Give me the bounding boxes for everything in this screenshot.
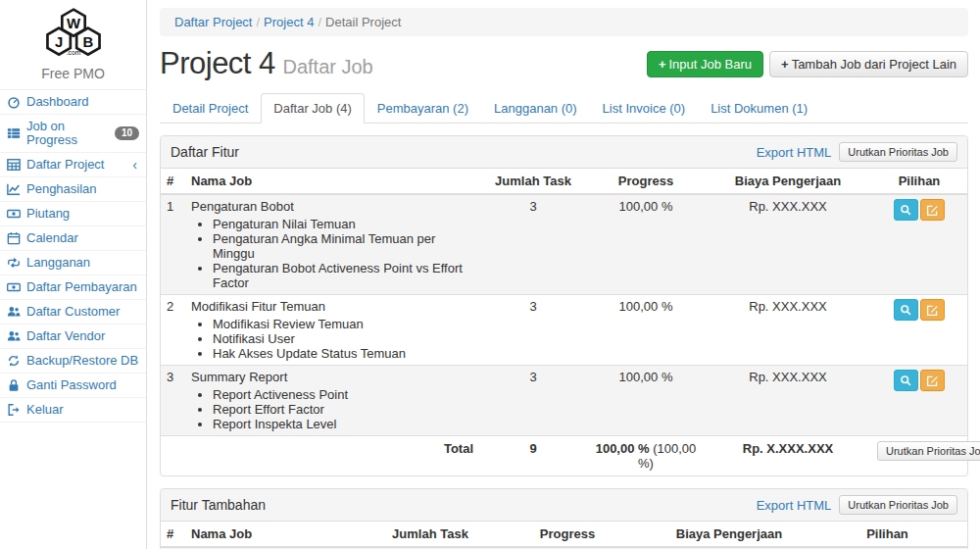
sidebar-nav: Dashboard Job on Progress 10 Daftar Proj… [0, 89, 146, 423]
job-subitems: Report Activeness Point Report Effort Fa… [199, 387, 473, 431]
jumlah-task-value: 3 [479, 194, 587, 295]
brand-name: Free PMO [0, 66, 146, 81]
refresh-icon [7, 354, 21, 368]
sidebar-item-penghasilan[interactable]: Penghasilan [0, 177, 146, 202]
sign-out-icon [7, 403, 21, 417]
urutkan-prioritas-job-button[interactable]: Urutkan Prioritas Job [839, 142, 957, 162]
panel-heading: Daftar Fitur Export HTML Urutkan Priorit… [161, 136, 967, 169]
dashboard-icon [7, 95, 21, 109]
sidebar-item-daftar-vendor[interactable]: Daftar Vendor [0, 324, 146, 349]
page-title-block: Project 4 Daftar Job [160, 46, 373, 81]
edit-job-button[interactable] [920, 199, 945, 221]
breadcrumb-link-project-4[interactable]: Project 4 [264, 15, 314, 29]
job-name: Modifikasi Fitur Temuan [191, 299, 473, 315]
sidebar-item-langganan[interactable]: Langganan [0, 251, 146, 275]
edit-job-button[interactable] [920, 370, 945, 391]
view-job-button[interactable] [894, 370, 918, 391]
sidebar-item-label: Daftar Customer [26, 305, 120, 319]
sidebar-item-label: Langganan [26, 256, 90, 270]
sidebar: W J B .com Free PMO Dashboard Job on Pro… [0, 0, 147, 549]
main-content: Daftar Project/Project 4/Detail Project … [147, 0, 980, 549]
sidebar-item-label: Piutang [26, 207, 70, 221]
job-name: Summary Report [191, 370, 473, 385]
total-label: Total [185, 436, 479, 476]
sidebar-item-dashboard[interactable]: Dashboard [0, 90, 146, 115]
users-icon [7, 329, 21, 343]
search-icon [900, 374, 912, 387]
page-title: Project 4 [160, 46, 275, 80]
page-header: Project 4 Daftar Job +Input Job Baru +Ta… [160, 42, 968, 85]
tab-daftar-job[interactable]: Daftar Job (4) [261, 93, 364, 124]
col-header-biaya: Biaya Pengerjaan [651, 522, 808, 547]
sidebar-item-label: Daftar Project [26, 158, 104, 172]
fitur-tambahan-table: # Nama Job Jumlah Task Progress Biaya Pe… [161, 522, 967, 549]
biaya-value: Rp. XXX.XXX [705, 366, 871, 436]
logo-letter-w: W [66, 16, 79, 31]
sidebar-item-label: Job on Progress [26, 120, 109, 147]
row-number: 2 [161, 295, 185, 366]
tab-list-dokumen[interactable]: List Dokumen (1) [698, 93, 820, 124]
logo-sub: .com [66, 49, 80, 56]
urutkan-prioritas-job-button[interactable]: Urutkan Prioritas Job [839, 495, 957, 515]
col-header-nama-job: Nama Job [185, 169, 479, 194]
biaya-value: Rp. XXX.XXX [705, 295, 871, 366]
job-subitem: Notifikasi User [213, 331, 473, 346]
job-subitem: Report Inspekta Level [213, 417, 473, 431]
col-header-jumlah-task: Jumlah Task [376, 522, 484, 547]
export-html-link[interactable]: Export HTML [757, 498, 832, 513]
row-number: 1 [161, 194, 185, 295]
sidebar-item-daftar-project[interactable]: Daftar Project ‹ [0, 153, 146, 177]
view-job-button[interactable] [894, 199, 918, 221]
job-subitems: Modifikasi Review Temuan Notifikasi User… [199, 317, 473, 361]
col-header-jumlah-task: Jumlah Task [479, 169, 587, 194]
sidebar-item-piutang[interactable]: Piutang [0, 202, 146, 226]
table-row: 1 Pengaturan Bobot Pengaturan Nilai Temu… [161, 194, 967, 295]
tab-detail-project[interactable]: Detail Project [160, 93, 261, 124]
job-subitem: Hak Akses Update Status Temuan [213, 346, 473, 361]
urutkan-prioritas-job-button[interactable]: Urutkan Prioritas Job [877, 441, 980, 461]
edit-icon [926, 304, 939, 317]
money-icon [7, 207, 21, 221]
sidebar-item-backup-restore-db[interactable]: Backup/Restore DB [0, 349, 146, 374]
panel-daftar-fitur: Daftar Fitur Export HTML Urutkan Priorit… [160, 135, 968, 476]
edit-icon [926, 204, 939, 217]
money-icon [7, 280, 21, 294]
tambah-job-dari-project-lain-button[interactable]: +Tambah Job dari Project Lain [769, 51, 968, 77]
sidebar-item-ganti-password[interactable]: Ganti Password [0, 374, 146, 398]
users-icon [7, 305, 21, 319]
input-job-baru-button[interactable]: +Input Job Baru [647, 51, 763, 77]
tab-list-invoice[interactable]: List Invoice (0) [590, 93, 699, 124]
sidebar-item-job-on-progress[interactable]: Job on Progress 10 [0, 115, 146, 153]
panel-heading: Fitur Tambahan Export HTML Urutkan Prior… [161, 489, 967, 522]
search-icon [900, 204, 912, 217]
panel-title: Daftar Fitur [171, 144, 757, 160]
table-icon [7, 158, 21, 172]
sidebar-item-keluar[interactable]: Keluar [0, 398, 146, 423]
sidebar-item-calendar[interactable]: Calendar [0, 226, 146, 251]
chevron-left-icon: ‹ [132, 160, 139, 170]
search-icon [900, 304, 912, 317]
col-header-pilihan: Pilihan [808, 522, 967, 547]
sidebar-item-label: Calendar [26, 231, 78, 245]
progress-value: 100,00 % [587, 295, 705, 366]
sidebar-item-label: Ganti Password [26, 378, 117, 392]
col-header-no: # [161, 169, 185, 194]
total-biaya: Rp. X.XXX.XXX [705, 436, 871, 476]
edit-job-button[interactable] [920, 299, 945, 321]
tab-langganan[interactable]: Langganan (0) [481, 93, 590, 124]
breadcrumb-link-daftar-project[interactable]: Daftar Project [174, 15, 252, 29]
brand-block: W J B .com Free PMO [0, 0, 146, 89]
col-header-progress: Progress [587, 169, 705, 194]
breadcrumb-separator: / [256, 15, 260, 29]
col-header-nama-job: Nama Job [185, 522, 376, 547]
plus-icon: + [781, 57, 789, 72]
sidebar-item-daftar-customer[interactable]: Daftar Customer [0, 300, 146, 324]
sidebar-item-daftar-pembayaran[interactable]: Daftar Pembayaran [0, 275, 146, 300]
lock-icon [7, 378, 21, 392]
tab-pembayaran[interactable]: Pembayaran (2) [365, 93, 481, 124]
export-html-link[interactable]: Export HTML [757, 145, 832, 160]
col-header-biaya: Biaya Pengerjaan [705, 169, 871, 194]
breadcrumb: Daftar Project/Project 4/Detail Project [160, 8, 968, 36]
logo-letter-j: J [55, 34, 63, 50]
view-job-button[interactable] [894, 299, 918, 321]
